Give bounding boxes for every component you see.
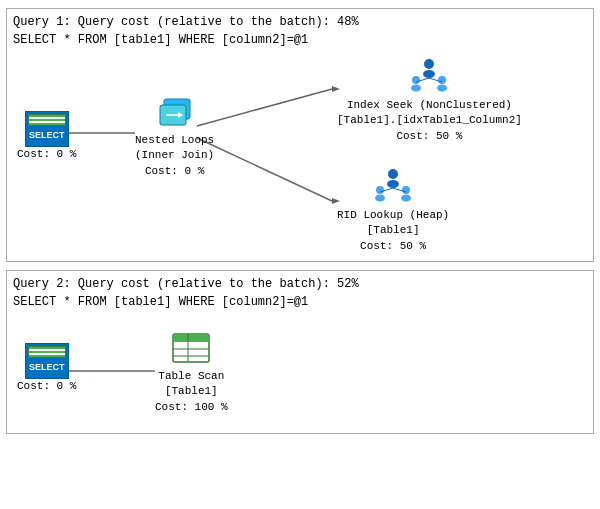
svg-rect-29 [173,334,209,342]
q2-select-node: SELECT Cost: 0 % [17,343,76,394]
svg-point-19 [387,180,399,188]
q2-select-icon: SELECT [25,343,69,379]
svg-point-10 [424,59,434,69]
query2-header-line2: SELECT * FROM [table1] WHERE [column2]=@… [13,293,587,311]
q1-select-cost: Cost: 0 % [17,147,76,162]
svg-point-14 [438,76,446,84]
query1-header: Query 1: Query cost (relative to the bat… [7,9,593,51]
rid-lookup-icon [370,166,416,206]
svg-point-12 [412,76,420,84]
svg-point-15 [437,85,447,92]
query1-header-line1: Query 1: Query cost (relative to the bat… [13,13,587,31]
q1-select-node: SELECT Cost: 0 % [17,111,76,162]
table-scan-icon [170,331,212,367]
q2-connectors [7,313,593,433]
q1-nested-loops-node: Nested Loops (Inner Join) Cost: 0 % [135,93,214,179]
query2-panel: Query 2: Query cost (relative to the bat… [6,270,594,434]
q1-nested-label: Nested Loops (Inner Join) Cost: 0 % [135,133,214,179]
q1-index-seek-label: Index Seek (NonClustered) [Table1].[idxT… [337,98,522,144]
q2-select-cost: Cost: 0 % [17,379,76,394]
svg-point-11 [423,70,435,78]
svg-point-18 [388,169,398,179]
q1-rid-lookup-node: RID Lookup (Heap) [Table1] Cost: 50 % [337,166,449,254]
svg-line-4 [197,138,332,201]
nested-loops-icon [154,93,196,131]
query2-body: SELECT Cost: 0 % Ta [7,313,593,433]
q1-index-seek-node: Index Seek (NonClustered) [Table1].[idxT… [337,56,522,144]
index-seek-icon [406,56,452,96]
svg-point-22 [402,186,410,194]
query1-panel: Query 1: Query cost (relative to the bat… [6,8,594,262]
query1-body: SELECT Cost: 0 % Nested Loops [7,51,593,261]
svg-point-13 [411,85,421,92]
svg-point-21 [375,195,385,202]
q2-table-scan-node: Table Scan [Table1] Cost: 100 % [155,331,228,415]
svg-line-2 [197,89,332,126]
query2-header-line1: Query 2: Query cost (relative to the bat… [13,275,587,293]
select-icon: SELECT [25,111,69,147]
query1-header-line2: SELECT * FROM [table1] WHERE [column2]=@… [13,31,587,49]
svg-point-20 [376,186,384,194]
q1-rid-lookup-label: RID Lookup (Heap) [Table1] Cost: 50 % [337,208,449,254]
svg-point-23 [401,195,411,202]
query2-header: Query 2: Query cost (relative to the bat… [7,271,593,313]
q2-table-scan-label: Table Scan [Table1] Cost: 100 % [155,369,228,415]
